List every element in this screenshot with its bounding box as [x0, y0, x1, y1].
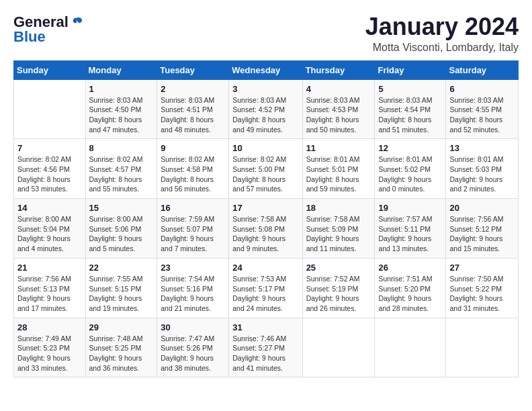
logo: General Blue [13, 13, 83, 46]
day-info: Sunrise: 8:01 AMSunset: 5:02 PMDaylight:… [378, 154, 442, 194]
sunset-text: Sunset: 5:20 PM [378, 285, 431, 293]
sunrise-text: Sunrise: 8:01 AM [378, 155, 432, 163]
sunrise-text: Sunrise: 7:46 AM [232, 334, 286, 342]
day-number: 29 [89, 322, 154, 332]
day-info: Sunrise: 8:02 AMSunset: 4:56 PMDaylight:… [17, 154, 82, 194]
sunrise-text: Sunrise: 7:58 AM [232, 215, 286, 223]
day-number: 4 [306, 84, 371, 94]
day-info: Sunrise: 7:53 AMSunset: 5:17 PMDaylight:… [232, 274, 298, 314]
col-thursday: Thursday [302, 60, 375, 79]
day-info: Sunrise: 7:56 AMSunset: 5:13 PMDaylight:… [17, 274, 82, 314]
table-cell: 14Sunrise: 8:00 AMSunset: 5:04 PMDayligh… [14, 199, 86, 259]
daylight-text: Daylight: 9 hours and 41 minutes. [232, 354, 285, 372]
sunrise-text: Sunrise: 7:48 AM [89, 334, 143, 342]
logo-bird-icon [70, 15, 83, 29]
daylight-text: Daylight: 9 hours and 21 minutes. [161, 294, 214, 312]
table-cell: 31Sunrise: 7:46 AMSunset: 5:27 PMDayligh… [229, 318, 302, 377]
day-number: 22 [89, 263, 154, 273]
day-number: 15 [89, 203, 154, 213]
table-cell: 20Sunrise: 7:56 AMSunset: 5:12 PMDayligh… [446, 199, 519, 259]
day-info: Sunrise: 7:58 AMSunset: 5:09 PMDaylight:… [306, 214, 371, 254]
daylight-text: Daylight: 8 hours and 48 minutes. [161, 116, 214, 134]
table-cell: 4Sunrise: 8:03 AMSunset: 4:53 PMDaylight… [302, 79, 375, 139]
table-cell: 24Sunrise: 7:53 AMSunset: 5:17 PMDayligh… [229, 258, 302, 318]
table-cell: 30Sunrise: 7:47 AMSunset: 5:26 PMDayligh… [157, 318, 229, 377]
table-cell: 12Sunrise: 8:01 AMSunset: 5:02 PMDayligh… [375, 139, 446, 199]
table-cell: 15Sunrise: 8:00 AMSunset: 5:06 PMDayligh… [85, 199, 157, 259]
day-number: 7 [17, 143, 82, 153]
table-cell: 6Sunrise: 8:03 AMSunset: 4:55 PMDaylight… [446, 79, 519, 139]
day-number: 14 [17, 203, 82, 213]
daylight-text: Daylight: 8 hours and 52 minutes. [449, 116, 502, 134]
sunrise-text: Sunrise: 8:03 AM [449, 96, 503, 104]
table-cell: 7Sunrise: 8:02 AMSunset: 4:56 PMDaylight… [14, 139, 86, 199]
calendar-subtitle: Motta Visconti, Lombardy, Italy [365, 42, 519, 54]
sunset-text: Sunset: 5:26 PM [161, 344, 213, 352]
sunset-text: Sunset: 4:54 PM [378, 105, 431, 113]
sunrise-text: Sunrise: 8:00 AM [89, 215, 143, 223]
table-cell [446, 318, 519, 377]
day-info: Sunrise: 7:58 AMSunset: 5:08 PMDaylight:… [232, 214, 298, 254]
sunrise-text: Sunrise: 7:55 AM [89, 275, 143, 283]
daylight-text: Daylight: 9 hours and 4 minutes. [17, 234, 71, 253]
day-number: 3 [232, 84, 298, 94]
day-info: Sunrise: 8:03 AMSunset: 4:54 PMDaylight:… [378, 95, 442, 135]
sunrise-text: Sunrise: 8:02 AM [89, 155, 143, 163]
sunset-text: Sunset: 5:16 PM [161, 285, 213, 293]
sunrise-text: Sunrise: 8:03 AM [161, 96, 214, 104]
calendar-header-row: Sunday Monday Tuesday Wednesday Thursday… [14, 60, 519, 79]
day-info: Sunrise: 8:03 AMSunset: 4:52 PMDaylight:… [232, 95, 298, 135]
day-info: Sunrise: 7:50 AMSunset: 5:22 PMDaylight:… [449, 274, 515, 314]
table-cell: 5Sunrise: 8:03 AMSunset: 4:54 PMDaylight… [375, 79, 446, 139]
day-info: Sunrise: 7:56 AMSunset: 5:12 PMDaylight:… [449, 214, 515, 254]
daylight-text: Daylight: 9 hours and 13 minutes. [378, 234, 431, 253]
week-row-4: 21Sunrise: 7:56 AMSunset: 5:13 PMDayligh… [14, 258, 519, 318]
sunset-text: Sunset: 4:56 PM [17, 165, 70, 173]
week-row-1: 1Sunrise: 8:03 AMSunset: 4:50 PMDaylight… [14, 79, 519, 139]
daylight-text: Daylight: 8 hours and 49 minutes. [232, 116, 285, 134]
sunset-text: Sunset: 5:08 PM [232, 225, 285, 233]
sunrise-text: Sunrise: 7:59 AM [161, 215, 214, 223]
calendar-table: Sunday Monday Tuesday Wednesday Thursday… [13, 60, 519, 378]
day-info: Sunrise: 8:02 AMSunset: 5:00 PMDaylight:… [232, 154, 298, 194]
table-cell: 25Sunrise: 7:52 AMSunset: 5:19 PMDayligh… [302, 258, 375, 318]
day-number: 17 [232, 203, 298, 213]
sunset-text: Sunset: 5:23 PM [17, 344, 70, 352]
day-number: 25 [306, 263, 371, 273]
day-info: Sunrise: 8:00 AMSunset: 5:04 PMDaylight:… [17, 214, 82, 254]
table-cell: 8Sunrise: 8:02 AMSunset: 4:57 PMDaylight… [85, 139, 157, 199]
sunset-text: Sunset: 4:51 PM [161, 105, 213, 113]
daylight-text: Daylight: 9 hours and 7 minutes. [161, 234, 214, 253]
table-cell: 13Sunrise: 8:01 AMSunset: 5:03 PMDayligh… [446, 139, 519, 199]
daylight-text: Daylight: 8 hours and 53 minutes. [17, 175, 71, 193]
sunrise-text: Sunrise: 7:49 AM [17, 334, 71, 342]
day-number: 19 [378, 203, 442, 213]
sunrise-text: Sunrise: 7:50 AM [449, 275, 503, 283]
sunset-text: Sunset: 5:06 PM [89, 225, 142, 233]
sunset-text: Sunset: 4:55 PM [449, 105, 502, 113]
day-info: Sunrise: 7:57 AMSunset: 5:11 PMDaylight:… [378, 214, 442, 254]
daylight-text: Daylight: 8 hours and 47 minutes. [89, 116, 142, 134]
sunrise-text: Sunrise: 7:47 AM [161, 334, 214, 342]
day-number: 10 [232, 143, 298, 153]
sunset-text: Sunset: 5:11 PM [378, 225, 431, 233]
table-cell: 23Sunrise: 7:54 AMSunset: 5:16 PMDayligh… [157, 258, 229, 318]
daylight-text: Daylight: 9 hours and 31 minutes. [449, 294, 502, 312]
table-cell [14, 79, 86, 139]
day-info: Sunrise: 7:59 AMSunset: 5:07 PMDaylight:… [161, 214, 225, 254]
col-monday: Monday [85, 60, 157, 79]
sunset-text: Sunset: 5:07 PM [161, 225, 213, 233]
day-number: 18 [306, 203, 371, 213]
sunset-text: Sunset: 5:02 PM [378, 165, 431, 173]
logo-blue: Blue [13, 28, 46, 46]
sunset-text: Sunset: 5:19 PM [306, 285, 359, 293]
day-info: Sunrise: 8:03 AMSunset: 4:50 PMDaylight:… [89, 95, 154, 135]
day-number: 11 [306, 143, 371, 153]
day-number: 6 [449, 84, 515, 94]
table-cell: 16Sunrise: 7:59 AMSunset: 5:07 PMDayligh… [157, 199, 229, 259]
table-cell: 19Sunrise: 7:57 AMSunset: 5:11 PMDayligh… [375, 199, 446, 259]
daylight-text: Daylight: 8 hours and 55 minutes. [89, 175, 142, 193]
day-number: 5 [378, 84, 442, 94]
col-friday: Friday [375, 60, 446, 79]
sunset-text: Sunset: 5:01 PM [306, 165, 359, 173]
